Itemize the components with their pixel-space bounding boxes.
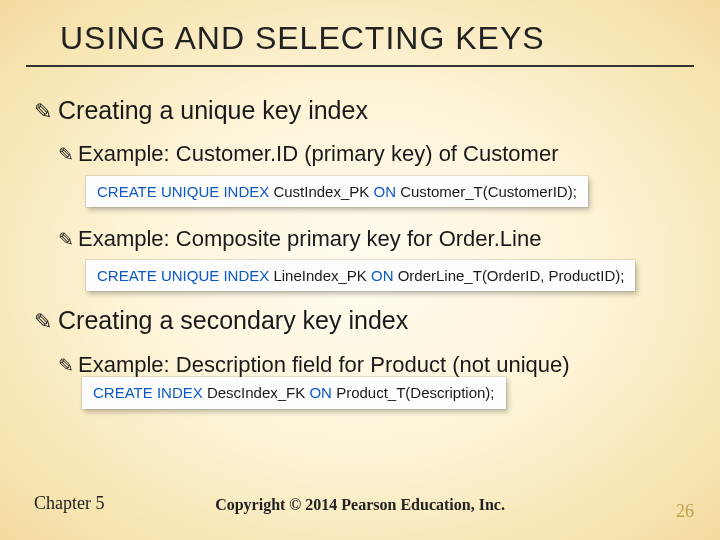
sql-keyword: ON <box>309 384 336 401</box>
bullet-example-orderline: ✎Example: Composite primary key for Orde… <box>58 225 686 253</box>
footer-page-number: 26 <box>676 501 694 522</box>
bullet-icon: ✎ <box>34 308 52 336</box>
sql-keyword: CREATE INDEX <box>93 384 207 401</box>
bullet-text: Example: Customer.ID (primary key) of Cu… <box>78 141 558 166</box>
sql-object: OrderLine_T(OrderID, ProductID); <box>398 267 625 284</box>
sql-object: Product_T(Description); <box>336 384 494 401</box>
sql-name: DescIndex_FK <box>207 384 310 401</box>
bullet-icon: ✎ <box>58 354 74 378</box>
bullet-example-description: ✎Example: Description field for Product … <box>58 351 686 379</box>
page-title: USING AND SELECTING KEYS <box>26 0 694 67</box>
sql-keyword: CREATE UNIQUE INDEX <box>97 267 273 284</box>
bullet-icon: ✎ <box>34 98 52 126</box>
bullet-icon: ✎ <box>58 143 74 167</box>
sql-snippet-custindex: CREATE UNIQUE INDEX CustIndex_PK ON Cust… <box>86 176 588 207</box>
bullet-icon: ✎ <box>58 228 74 252</box>
bullet-text: Example: Description field for Product (… <box>78 352 570 377</box>
bullet-creating-unique: ✎Creating a unique key index <box>34 95 686 126</box>
bullet-creating-secondary: ✎Creating a secondary key index <box>34 305 686 336</box>
sql-keyword: ON <box>371 267 398 284</box>
bullet-text: Creating a unique key index <box>58 96 368 124</box>
sql-keyword: ON <box>373 183 400 200</box>
sql-name: LineIndex_PK <box>273 267 371 284</box>
slide: USING AND SELECTING KEYS ✎Creating a uni… <box>0 0 720 540</box>
slide-content: ✎Creating a unique key index ✎Example: C… <box>0 67 720 378</box>
bullet-text: Creating a secondary key index <box>58 306 408 334</box>
footer-copyright: Copyright © 2014 Pearson Education, Inc. <box>0 496 720 514</box>
bullet-example-customerid: ✎Example: Customer.ID (primary key) of C… <box>58 140 686 168</box>
sql-snippet-descindex: CREATE INDEX DescIndex_FK ON Product_T(D… <box>82 377 506 410</box>
bullet-text: Example: Composite primary key for Order… <box>78 226 541 251</box>
sql-keyword: CREATE UNIQUE INDEX <box>97 183 273 200</box>
sql-object: Customer_T(CustomerID); <box>400 183 577 200</box>
sql-name: CustIndex_PK <box>273 183 373 200</box>
sql-snippet-lineindex: CREATE UNIQUE INDEX LineIndex_PK ON Orde… <box>86 260 635 291</box>
